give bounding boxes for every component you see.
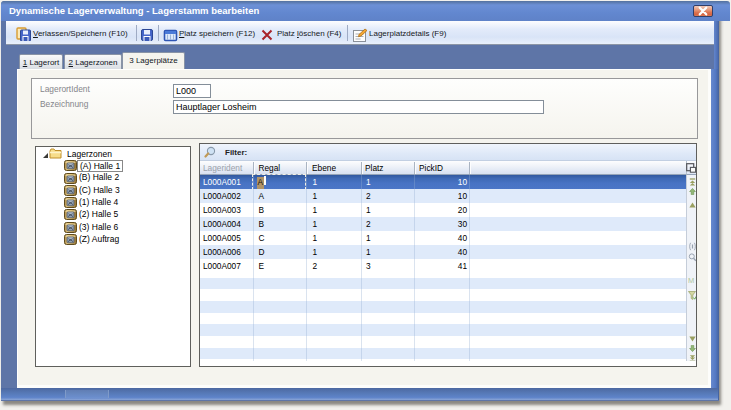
svg-text:M: M <box>688 276 694 284</box>
